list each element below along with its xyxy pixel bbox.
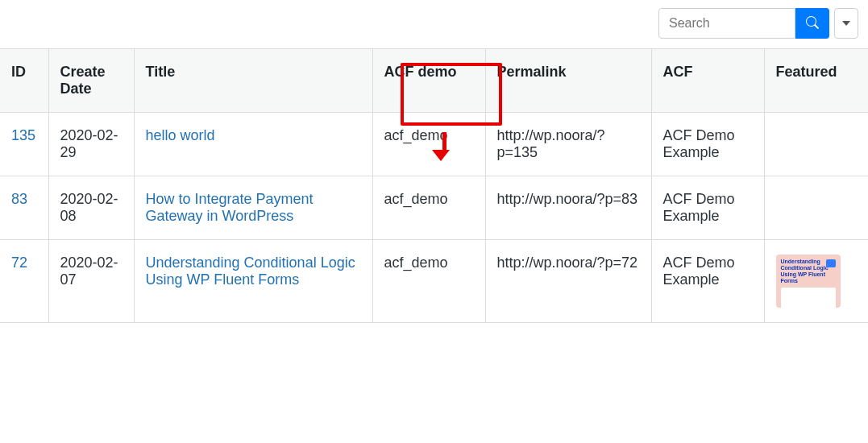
featured-image-thumbnail[interactable]: Understanding Conditional Logic Using WP… — [776, 255, 841, 308]
col-header-featured[interactable]: Featured — [764, 49, 868, 113]
search-icon — [806, 16, 819, 31]
thumbnail-form-preview — [781, 288, 836, 308]
post-id-link[interactable]: 83 — [11, 191, 27, 207]
post-title-link[interactable]: Understanding Conditional Logic Using WP… — [146, 255, 355, 288]
col-header-acf-demo[interactable]: ACF demo — [372, 49, 485, 113]
search-group — [658, 8, 829, 39]
toolbar — [0, 0, 868, 48]
cell-featured: Understanding Conditional Logic Using WP… — [764, 240, 868, 323]
col-header-acf[interactable]: ACF — [651, 49, 764, 113]
col-header-create-date[interactable]: Create Date — [48, 49, 134, 113]
search-input[interactable] — [658, 8, 795, 39]
cell-featured — [764, 176, 868, 240]
cell-permalink: http://wp.noora/?p=72 — [485, 240, 651, 323]
chevron-down-icon — [842, 21, 850, 26]
table-row: 135 2020-02-29 hello world acf_demo http… — [0, 113, 868, 176]
options-dropdown-button[interactable] — [834, 8, 858, 39]
cell-acf: ACF Demo Example — [651, 176, 764, 240]
search-button[interactable] — [795, 8, 829, 39]
cell-acf: ACF Demo Example — [651, 113, 764, 176]
cell-acf-demo: acf_demo — [372, 113, 485, 176]
col-header-permalink[interactable]: Permalink — [485, 49, 651, 113]
cell-create-date: 2020-02-08 — [48, 176, 134, 240]
post-id-link[interactable]: 135 — [11, 127, 35, 143]
table-header-row: ID Create Date Title ACF demo Permalink … — [0, 49, 868, 113]
cell-permalink: http://wp.noora/?p=83 — [485, 176, 651, 240]
cell-acf: ACF Demo Example — [651, 240, 764, 323]
cell-create-date: 2020-02-29 — [48, 113, 134, 176]
page: ID Create Date Title ACF demo Permalink … — [0, 0, 868, 323]
col-header-title[interactable]: Title — [134, 49, 372, 113]
cell-acf-demo: acf_demo — [372, 240, 485, 323]
cell-permalink: http://wp.noora/?p=135 — [485, 113, 651, 176]
cell-featured — [764, 113, 868, 176]
col-header-id[interactable]: ID — [0, 49, 48, 113]
table-row: 72 2020-02-07 Understanding Conditional … — [0, 240, 868, 323]
thumbnail-caption: Understanding Conditional Logic Using WP… — [781, 259, 829, 284]
post-id-link[interactable]: 72 — [11, 255, 27, 271]
posts-table: ID Create Date Title ACF demo Permalink … — [0, 48, 868, 323]
post-title-link[interactable]: hello world — [146, 127, 215, 143]
table-row: 83 2020-02-08 How to Integrate Payment G… — [0, 176, 868, 240]
cell-acf-demo: acf_demo — [372, 176, 485, 240]
cell-create-date: 2020-02-07 — [48, 240, 134, 323]
chat-bubble-icon — [826, 259, 836, 267]
post-title-link[interactable]: How to Integrate Payment Gateway in Word… — [146, 191, 314, 224]
